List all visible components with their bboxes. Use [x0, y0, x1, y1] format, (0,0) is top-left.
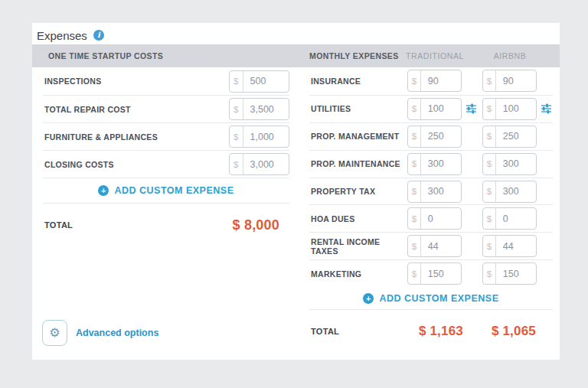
hoa-dues-traditional-input[interactable]	[421, 208, 461, 229]
amount-input-group: $	[229, 153, 289, 175]
currency-prefix: $	[408, 181, 421, 202]
amount-input-group: $	[482, 235, 537, 257]
plus-icon: +	[98, 185, 109, 196]
rental-income-taxes-traditional-input[interactable]	[421, 236, 461, 256]
amount-input-group: $	[482, 207, 537, 230]
utilities-traditional-input[interactable]	[421, 99, 461, 119]
monthly-expenses-table: INSURANCE $ $ UTILITIES	[309, 67, 553, 353]
expense-label: PROP. MANAGEMENT	[309, 132, 407, 141]
traditional-total-value: $ 1,163	[419, 324, 463, 339]
add-custom-expense-button[interactable]: + ADD CUSTOM EXPENSE	[98, 185, 234, 196]
table-row: PROP. MANAGEMENT $ $	[309, 122, 553, 150]
table-row: MARKETING $ $	[309, 259, 553, 287]
inspections-input[interactable]	[243, 71, 289, 92]
startup-total-value: $ 8,000	[233, 217, 289, 233]
currency-prefix: $	[483, 70, 496, 91]
currency-prefix: $	[483, 208, 496, 229]
advanced-options-link[interactable]: Advanced options	[76, 328, 158, 338]
currency-prefix: $	[408, 126, 421, 147]
amount-input-group: $	[407, 235, 462, 257]
amount-input-group: $	[407, 262, 462, 285]
expense-label: TOTAL REPAIR COST	[43, 105, 131, 114]
insurance-traditional-input[interactable]	[421, 70, 461, 91]
table-header-band: ONE TIME STARTUP COSTS MONTHLY EXPENSES …	[32, 44, 560, 67]
prop-maintenance-traditional-input[interactable]	[421, 154, 461, 174]
page-title: Expenses	[37, 29, 87, 42]
currency-prefix: $	[408, 208, 421, 229]
gear-icon: ⚙	[49, 327, 60, 339]
amount-input-group: $	[407, 153, 462, 175]
card-title-row: Expenses i	[37, 28, 104, 43]
currency-prefix: $	[408, 70, 421, 91]
expense-label: CLOSING COSTS	[43, 160, 114, 169]
amount-input-group: $	[482, 181, 537, 203]
insurance-airbnb-input[interactable]	[496, 70, 536, 91]
currency-prefix: $	[483, 154, 496, 174]
total-label: TOTAL	[309, 327, 407, 336]
hoa-dues-airbnb-input[interactable]	[496, 208, 536, 229]
startup-total-row: TOTAL $ 8,000	[43, 204, 289, 246]
expense-label: FURNITURE & APPLIANCES	[43, 132, 158, 142]
property-tax-airbnb-input[interactable]	[496, 181, 536, 202]
expense-label: INSURANCE	[309, 77, 407, 86]
advanced-options-row: ⚙ Advanced options	[42, 320, 158, 346]
info-icon[interactable]: i	[93, 30, 104, 41]
amount-input-group: $	[229, 126, 289, 148]
table-row: UTILITIES $	[309, 95, 553, 122]
rental-income-taxes-airbnb-input[interactable]	[496, 236, 536, 256]
startup-costs-table: INSPECTIONS $ TOTAL REPAIR COST $ FURNIT…	[43, 67, 289, 246]
expense-label: PROPERTY TAX	[309, 187, 407, 196]
prop-management-traditional-input[interactable]	[421, 126, 461, 147]
page-background: Expenses i ONE TIME STARTUP COSTS MONTHL…	[0, 0, 588, 388]
amount-input-group: $	[407, 70, 462, 92]
table-row: HOA DUES $ $	[309, 204, 553, 232]
currency-prefix: $	[230, 71, 243, 92]
sliders-icon[interactable]	[466, 103, 477, 114]
currency-prefix: $	[230, 99, 243, 119]
utilities-airbnb-input[interactable]	[496, 99, 536, 119]
add-custom-expense-label: ADD CUSTOM EXPENSE	[379, 293, 498, 304]
furniture-appliances-input[interactable]	[243, 126, 289, 147]
table-row: PROP. MAINTENANCE $ $	[309, 150, 553, 178]
currency-prefix: $	[483, 236, 496, 256]
prop-maintenance-airbnb-input[interactable]	[496, 154, 536, 174]
total-repair-cost-input[interactable]	[243, 99, 289, 119]
amount-input-group: $	[407, 126, 462, 148]
table-row: FURNITURE & APPLIANCES $	[43, 122, 289, 150]
amount-input-group: $	[407, 207, 462, 230]
monthly-total-row: TOTAL $ 1,163 $ 1,065	[309, 310, 553, 353]
table-row: CLOSING COSTS $	[43, 150, 289, 178]
property-tax-traditional-input[interactable]	[421, 181, 461, 202]
amount-input-group: $	[229, 98, 289, 120]
amount-input-group: $	[407, 98, 462, 120]
add-custom-expense-label: ADD CUSTOM EXPENSE	[114, 185, 234, 196]
closing-costs-input[interactable]	[243, 154, 289, 174]
table-row: INSURANCE $ $	[309, 67, 553, 95]
column-header-airbnb: AIRBNB	[472, 44, 547, 67]
currency-prefix: $	[408, 263, 421, 284]
table-row: RENTAL INCOME TAXES $ $	[309, 232, 553, 259]
expenses-card: Expenses i ONE TIME STARTUP COSTS MONTHL…	[32, 23, 560, 360]
currency-prefix: $	[483, 263, 496, 284]
advanced-options-button[interactable]: ⚙	[42, 320, 67, 346]
expense-label: HOA DUES	[309, 214, 407, 223]
startup-costs-header: ONE TIME STARTUP COSTS	[48, 44, 163, 67]
amount-input-group: $	[482, 126, 537, 148]
table-row: TOTAL REPAIR COST $	[43, 95, 289, 122]
sliders-icon[interactable]	[541, 103, 552, 114]
airbnb-total-value: $ 1,065	[492, 324, 536, 339]
prop-management-airbnb-input[interactable]	[496, 126, 536, 147]
marketing-traditional-input[interactable]	[421, 263, 461, 284]
column-header-traditional: TRADITIONAL	[397, 44, 472, 67]
marketing-airbnb-input[interactable]	[496, 263, 536, 284]
currency-prefix: $	[230, 126, 243, 147]
currency-prefix: $	[230, 154, 243, 174]
add-custom-expense-row: + ADD CUSTOM EXPENSE	[43, 178, 289, 204]
amount-input-group: $	[482, 70, 537, 92]
plus-icon: +	[363, 293, 374, 304]
expense-label: UTILITIES	[309, 104, 407, 113]
expense-label: MARKETING	[309, 269, 407, 279]
total-label: TOTAL	[43, 220, 73, 230]
add-custom-expense-button[interactable]: + ADD CUSTOM EXPENSE	[363, 293, 498, 304]
expense-label: INSPECTIONS	[43, 77, 101, 86]
